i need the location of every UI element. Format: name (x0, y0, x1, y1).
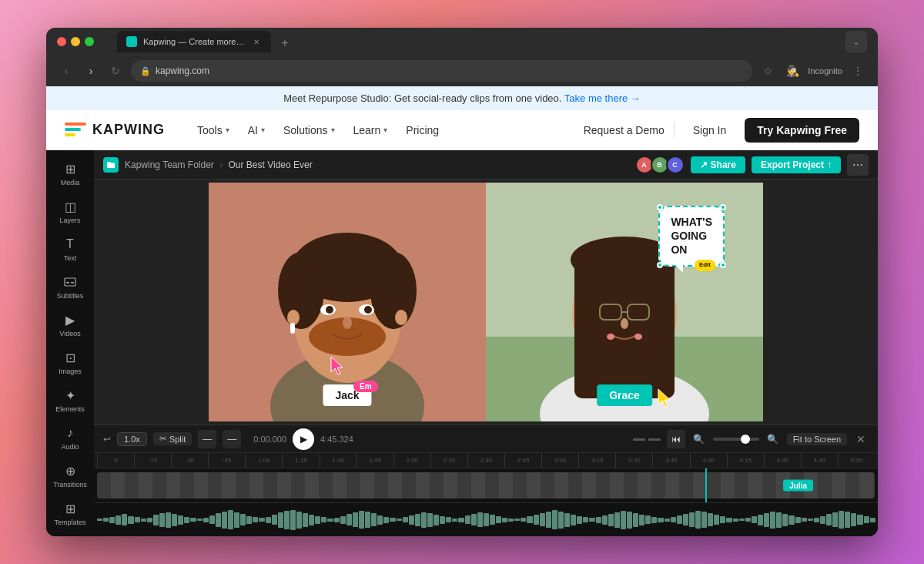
maximize-window-button[interactable] (85, 37, 94, 46)
browser-menu-button[interactable]: ⌄ (845, 31, 867, 52)
skip-back-button[interactable]: ⏮ (667, 430, 685, 448)
nav-tools[interactable]: Tools (189, 119, 237, 141)
playhead[interactable] (705, 468, 707, 502)
sidebar-item-videos[interactable]: ▶ Videos (49, 307, 91, 342)
share-button[interactable]: ↗ Share (691, 156, 745, 173)
waveform-bar-46 (383, 517, 389, 523)
kapwing-logo[interactable]: KAPWING (65, 122, 165, 138)
svg-point-16 (287, 310, 300, 325)
sidebar-item-templates[interactable]: ⊞ Templates (49, 496, 91, 531)
waveform-bar-57 (452, 519, 457, 522)
sidebar-item-media[interactable]: ⊞ Media (49, 156, 91, 191)
new-tab-button[interactable]: + (276, 34, 294, 52)
try-free-button[interactable]: Try Kapwing Free (745, 118, 859, 143)
bubble-handle-bl[interactable] (657, 262, 663, 268)
waveform-bar-11 (166, 512, 171, 528)
bubble-handle-br[interactable] (720, 262, 726, 268)
banner-link[interactable]: Take me there → (564, 92, 641, 104)
bubble-handle-tr[interactable] (720, 204, 726, 210)
minimize-window-button[interactable] (71, 37, 80, 46)
ai-chevron-icon (261, 126, 265, 134)
speech-bubble[interactable]: WHAT'SGOINGON Edit (658, 206, 725, 267)
playhead-triangle (701, 468, 711, 470)
layers-icon: ◫ (62, 199, 78, 214)
waveform-bar-7 (141, 519, 146, 522)
ruler-mark-430: 4:30 (764, 453, 801, 468)
active-tab[interactable]: Kapwing — Create more con… ✕ (117, 31, 271, 52)
play-button[interactable]: ▶ (293, 428, 314, 450)
sidebar-item-transitions[interactable]: ⊕ Transitions (49, 458, 91, 493)
sidebar-item-elements[interactable]: ✦ Elements (49, 383, 91, 418)
transitions-icon: ⊕ (62, 463, 78, 478)
refresh-button[interactable]: ↻ (106, 62, 125, 80)
address-bar[interactable]: 🔒 kapwing.com (131, 60, 752, 82)
svg-rect-17 (290, 323, 295, 334)
timeline-close-button[interactable]: ✕ (853, 431, 869, 447)
svg-point-14 (364, 306, 372, 314)
split-button[interactable]: ✂ Split (153, 432, 192, 445)
sidebar-item-subtitles[interactable]: Subtitles (49, 270, 91, 304)
topbar-right: A B C ↗ Share Export Projec (635, 154, 869, 176)
video-track[interactable]: (function() { const track = document.que… (97, 472, 875, 499)
bubble-handle-tl[interactable] (657, 204, 663, 210)
waveform-bar-96 (695, 511, 701, 529)
sidebar-item-layers[interactable]: ◫ Layers (49, 194, 91, 229)
waveform-bar-77 (577, 516, 582, 524)
nav-pricing[interactable]: Pricing (398, 119, 447, 141)
close-window-button[interactable] (57, 37, 66, 46)
svg-point-18 (395, 310, 407, 325)
waveform-bar-31 (290, 510, 296, 530)
breadcrumb: Kapwing Team Folder › Our Best Video Eve… (125, 159, 313, 170)
waveform-bar-72 (546, 512, 551, 528)
more-options-button[interactable]: ⋯ (847, 154, 869, 176)
waveform-bar-80 (596, 517, 601, 523)
ruler-mark-100: 1:00 (245, 453, 282, 468)
title-bar: Kapwing — Create more con… ✕ + ⌄ (46, 28, 878, 55)
chrome-menu-button[interactable]: ⋮ (849, 62, 867, 80)
breadcrumb-folder[interactable]: Kapwing Team Folder (125, 159, 214, 170)
waveform-bar-10 (159, 513, 165, 527)
timeline-ctrl-btn-2[interactable]: — (223, 430, 241, 448)
view-icon-1 (633, 438, 645, 441)
tools-chevron-icon (226, 126, 229, 134)
waveform-bar-90 (658, 518, 663, 522)
zoom-slider[interactable] (713, 438, 759, 441)
current-time: 0:00.000 (253, 435, 286, 444)
sidebar-item-images[interactable]: ⊡ Images (49, 345, 91, 380)
request-demo-link[interactable]: Request a Demo (584, 124, 665, 136)
speed-control[interactable]: 1.0x (117, 432, 147, 446)
total-duration: 4:45.324 (320, 435, 353, 444)
back-button[interactable]: ‹ (57, 62, 75, 80)
waveform-bar-35 (315, 516, 320, 524)
sidebar-item-text[interactable]: T Text (49, 232, 91, 267)
sidebar-item-audio[interactable]: ♪ Audio (49, 421, 91, 455)
em-cursor (328, 355, 345, 380)
waveform-bar-22 (234, 512, 239, 528)
nav-solutions[interactable]: Solutions (276, 119, 343, 141)
bookmark-button[interactable]: ☆ (758, 62, 777, 80)
timeline-controls: ↩ 1.0x ✂ Split — — 0:00.000 ▶ 4:45.324 (94, 425, 878, 453)
fit-screen-button[interactable]: Fit to Screen (787, 433, 847, 445)
tab-close-button[interactable]: ✕ (251, 36, 262, 47)
forward-button[interactable]: › (82, 62, 100, 80)
undo-icon[interactable]: ↩ (103, 434, 111, 445)
waveform-bar-92 (671, 517, 676, 522)
waveform-bars (97, 506, 875, 534)
breadcrumb-project[interactable]: Our Best Video Ever (229, 159, 313, 170)
waveform-bar-6 (135, 517, 140, 522)
nav-ai[interactable]: AI (240, 119, 273, 141)
waveform-bar-70 (534, 515, 539, 525)
ruler-mark-330: 3:30 (615, 453, 652, 468)
timeline-view-controls (633, 437, 661, 441)
ruler-mark-200: 2:00 (393, 453, 430, 468)
ruler-mark-345: 3:45 (652, 453, 689, 468)
ruler-mark-300: 3:00 (541, 453, 578, 468)
zoom-thumb[interactable] (741, 435, 750, 444)
waveform-bar-116 (820, 516, 825, 524)
export-button[interactable]: Export Project ↑ (752, 156, 841, 173)
sign-in-button[interactable]: Sign In (684, 119, 736, 141)
timeline-ctrl-btn-1[interactable]: — (198, 430, 216, 448)
nav-learn[interactable]: Learn (346, 119, 396, 141)
waveform-bar-53 (427, 513, 433, 527)
waveform-bar-12 (172, 514, 177, 526)
